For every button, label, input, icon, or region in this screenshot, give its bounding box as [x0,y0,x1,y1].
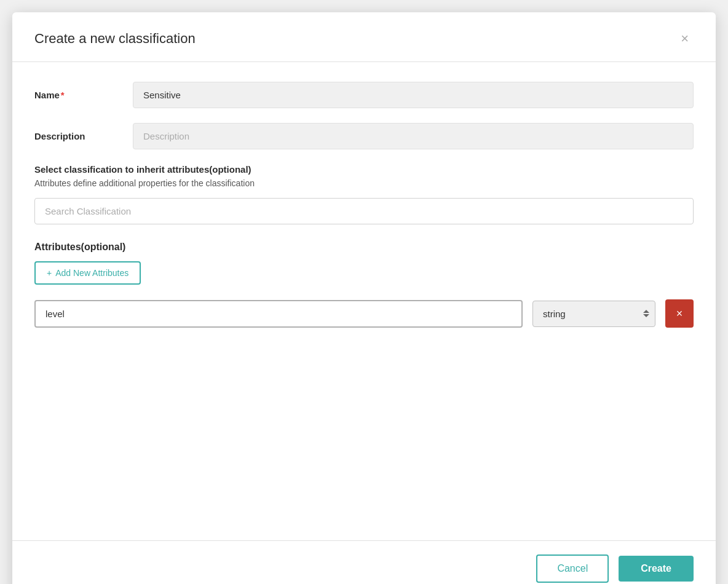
add-attributes-label: Add New Attributes [55,268,129,278]
inherit-section: Select classification to inherit attribu… [34,164,694,242]
modal-body: Name* Description Select classification … [12,62,716,540]
attributes-heading: Attributes(optional) [34,242,694,253]
description-label: Description [34,131,133,141]
delete-attribute-button[interactable]: × [665,299,694,328]
description-input[interactable] [133,123,694,149]
delete-icon: × [676,307,683,320]
modal-title: Create a new classification [34,31,196,47]
add-attributes-button[interactable]: + Add New Attributes [34,261,141,285]
attribute-type-select[interactable]: string int boolean date [532,301,655,327]
required-star: * [61,90,65,100]
modal-footer: Cancel Create [12,540,716,584]
description-row: Description [34,123,694,149]
inherit-subtitle: Attributes define additional properties … [34,178,694,188]
attribute-type-wrapper: string int boolean date [532,301,655,327]
attribute-row: string int boolean date × [34,299,694,328]
name-input[interactable] [133,82,694,108]
attribute-name-input[interactable] [34,300,523,328]
modal-header: Create a new classification × [12,12,716,62]
name-row: Name* [34,82,694,108]
create-classification-modal: Create a new classification × Name* Desc… [12,12,716,584]
cancel-button[interactable]: Cancel [536,554,609,583]
plus-icon: + [47,268,52,278]
create-button[interactable]: Create [619,556,694,582]
close-button[interactable]: × [676,30,694,48]
inherit-heading: Select classification to inherit attribu… [34,164,694,175]
attributes-section: Attributes(optional) + Add New Attribute… [34,242,694,328]
search-classification-input[interactable] [34,198,694,224]
name-label: Name* [34,90,133,100]
